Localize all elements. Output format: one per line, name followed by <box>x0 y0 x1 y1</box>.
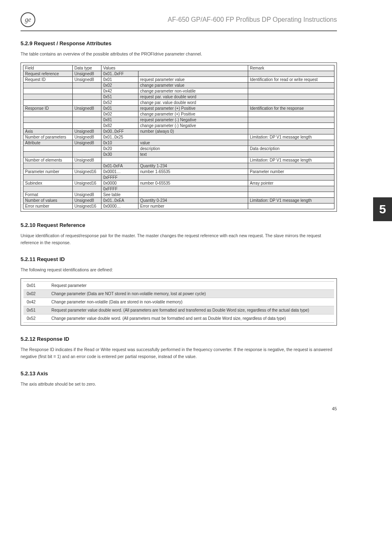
ge-logo-icon: ge <box>21 12 35 27</box>
col-header: Field <box>23 65 73 71</box>
cell-type: Unsigned8 <box>73 105 101 111</box>
cell-remark: Identification for read or write request <box>248 76 334 82</box>
cell-value: 0x52 <box>101 99 138 105</box>
cell-value: 0x0000 <box>101 180 138 186</box>
cell-text: Change parameter (Data are NOT stored in… <box>48 290 334 298</box>
cell-type <box>73 174 101 180</box>
cell-desc: text <box>138 151 248 157</box>
cell-remark <box>248 117 334 123</box>
col-header: Data type <box>73 65 101 71</box>
cell-field <box>23 88 73 94</box>
table-529: FieldData typeValuesRemarkRequest refere… <box>23 65 334 209</box>
cell-remark <box>248 140 334 146</box>
cell-text: Change parameter non-volatile (Data are … <box>48 298 334 306</box>
cell-desc: change parameter (+) Positive <box>138 111 248 117</box>
cell-desc: Quantity 1-234 <box>138 163 248 169</box>
cell-field <box>23 82 73 88</box>
cell-field: Number of parameters <box>23 134 73 140</box>
cell-field: Response ID <box>23 105 73 111</box>
col-header: Values <box>101 65 248 71</box>
cell-desc: Error number <box>138 203 248 209</box>
cell-field <box>23 146 73 151</box>
cell-type <box>73 88 101 94</box>
cell-type <box>73 111 101 117</box>
cell-type <box>73 163 101 169</box>
cell-remark <box>248 203 334 209</box>
cell-field <box>23 111 73 117</box>
cell-desc <box>138 71 248 76</box>
cell-desc: change par. value double word <box>138 99 248 105</box>
cell-desc: request par. value double word <box>138 94 248 99</box>
cell-remark <box>248 99 334 105</box>
cell-desc: number 0-65535 <box>138 180 248 186</box>
cell-field <box>23 94 73 99</box>
cell-desc <box>138 157 248 163</box>
cell-remark <box>248 71 334 76</box>
cell-remark: Array pointer <box>248 180 334 186</box>
cell-remark: Limitation: DP V1 message length <box>248 197 334 203</box>
cell-field <box>23 174 73 180</box>
cell-field <box>23 99 73 105</box>
section-5211: 5.2.11 Request ID The following request … <box>21 256 337 326</box>
cell-type <box>73 99 101 105</box>
table-5211-wrap: 0x01Request parameter0x02Change paramete… <box>21 278 337 326</box>
cell-field <box>23 123 73 128</box>
cell-value: 0x01-0xFA <box>101 163 138 169</box>
cell-remark <box>248 94 334 99</box>
cell-remark <box>248 128 334 134</box>
cell-field <box>23 117 73 123</box>
cell-desc <box>138 134 248 140</box>
cell-desc: Quantity 0-234 <box>138 197 248 203</box>
cell-desc: value <box>138 140 248 146</box>
cell-desc: number (always 0) <box>138 128 248 134</box>
cell-type: Unsigned8 <box>73 140 101 146</box>
page: ge AF-650 GP/AF-600 FP Profibus DP Opera… <box>0 0 357 406</box>
cell-value: 0x30 <box>101 151 138 157</box>
cell-field: Parameter number <box>23 169 73 174</box>
cell-remark: Parameter number <box>248 169 334 174</box>
cell-value: 0x82 <box>101 123 138 128</box>
heading-5210: 5.2.10 Request Reference <box>21 222 337 228</box>
cell-text: Request parameter <box>48 282 334 290</box>
cell-desc: description <box>138 146 248 151</box>
cell-code: 0x42 <box>23 298 48 306</box>
cell-type <box>73 123 101 128</box>
cell-value: 0x20 <box>101 146 138 151</box>
cell-text: Change parameter value double word. (All… <box>48 314 334 323</box>
cell-value: 0x0000… <box>101 203 138 209</box>
cell-type: Unsigned8 <box>73 128 101 134</box>
cell-remark: Limitation: DP V1 message length <box>248 157 334 163</box>
cell-field: Request ID <box>23 76 73 82</box>
cell-desc: number 1-65535 <box>138 169 248 174</box>
cell-remark <box>248 186 334 192</box>
cell-code: 0x51 <box>23 306 48 314</box>
cell-code: 0x52 <box>23 314 48 323</box>
cell-type: Unsigned8 <box>73 71 101 76</box>
cell-desc <box>138 192 248 197</box>
cell-desc <box>138 186 248 192</box>
table-529-wrap: FieldData typeValuesRemarkRequest refere… <box>21 62 337 212</box>
cell-remark <box>248 111 334 117</box>
cell-field: Number of values <box>23 197 73 203</box>
text-5212: The Response ID indicates if the Read or… <box>21 346 337 360</box>
intro-529: The table contains an overview of the po… <box>21 51 337 58</box>
cell-value: 0xFFFF <box>101 174 138 180</box>
cell-desc: change parameter value <box>138 82 248 88</box>
cell-type: Unsigned8 <box>73 134 101 140</box>
page-header: ge AF-650 GP/AF-600 FP Profibus DP Opera… <box>21 12 337 31</box>
cell-value <box>101 157 138 163</box>
cell-value: 0x01..0xEA <box>101 197 138 203</box>
cell-type <box>73 151 101 157</box>
cell-remark <box>248 82 334 88</box>
cell-field: Format <box>23 192 73 197</box>
cell-desc <box>138 174 248 180</box>
cell-value: 0x51 <box>101 94 138 99</box>
cell-remark <box>248 174 334 180</box>
cell-value: 0x01 <box>101 76 138 82</box>
cell-field: Error number <box>23 203 73 209</box>
chapter-tab: 5 <box>373 197 392 221</box>
cell-type <box>73 117 101 123</box>
cell-field: Axis <box>23 128 73 134</box>
heading-5211: 5.2.11 Request ID <box>21 256 337 262</box>
cell-code: 0x02 <box>23 290 48 298</box>
